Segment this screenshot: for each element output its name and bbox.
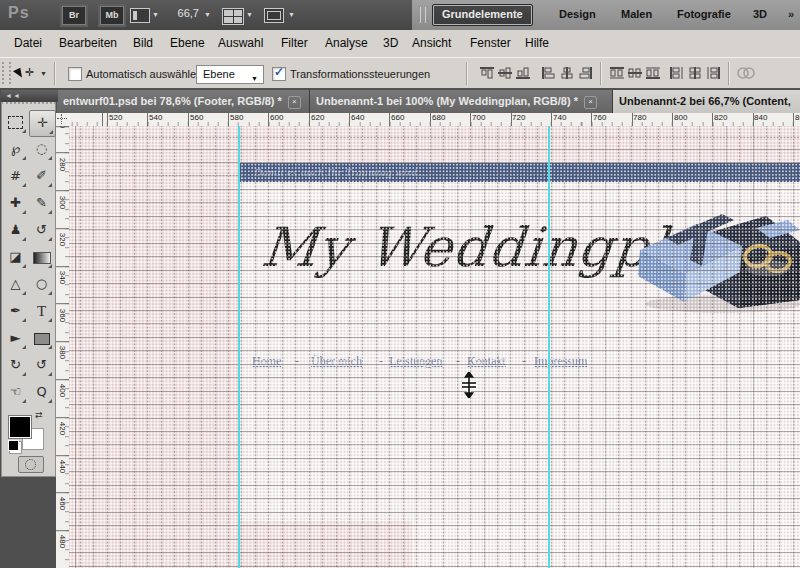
path-selection-tool[interactable]: ► (3, 326, 28, 351)
screen-mode-dropdown-arrow[interactable]: ▼ (288, 11, 295, 18)
tab-unbenannt-1[interactable]: Unbenannt-1 bei 100% (My Weddingplan, RG… (310, 90, 613, 113)
auto-select-target-dropdown[interactable]: Ebene▼ (196, 65, 264, 84)
nav-link-home: Home (252, 354, 281, 369)
launch-bridge-button[interactable]: Br (62, 6, 86, 25)
zoom-dropdown-arrow[interactable]: ▼ (204, 11, 211, 18)
clone-stamp-tool[interactable]: ♟ (3, 218, 28, 243)
nav-link-impressum: Impressum (534, 354, 587, 369)
workspace-drag-handle[interactable] (420, 7, 426, 23)
launch-mini-bridge-button[interactable]: Mb (100, 6, 124, 25)
distribute-right-edges-icon[interactable] (705, 66, 721, 80)
distribute-horizontal-centers-icon[interactable] (687, 66, 703, 80)
type-tool[interactable]: T (29, 299, 54, 324)
menu-3d[interactable]: 3D (383, 36, 398, 50)
workspace-fotografie[interactable]: Fotografie (668, 4, 740, 24)
nav-link-ueber-mich: Über mich (311, 354, 362, 369)
close-tab-icon[interactable]: × (288, 96, 301, 109)
healing-brush-tool[interactable]: ✚ (3, 191, 28, 216)
vertical-ruler[interactable]: 260 280 300 320 340 360 380 400 420 440 … (56, 126, 70, 568)
nav-separator: - (522, 354, 526, 369)
separator (54, 62, 55, 85)
tab-entwurf01[interactable]: entwurf01.psd bei 78,6% (Footer, RGB/8) … (57, 90, 310, 113)
menu-datei[interactable]: Datei (14, 36, 42, 50)
arrange-documents-icon[interactable] (222, 8, 244, 25)
eraser-tool[interactable]: ◪ (3, 245, 28, 270)
view-extras-dropdown-arrow[interactable]: ▼ (152, 11, 159, 18)
gradient-tool[interactable] (29, 245, 54, 270)
options-grip[interactable] (2, 62, 11, 84)
distribute-left-edges-icon[interactable] (669, 66, 685, 80)
sharpen-tool[interactable]: △ (3, 272, 28, 297)
hand-tool[interactable]: ☜ (3, 380, 28, 405)
tool-palette: ✛ ℘ ◌ # ✐ ✚ ✎ ♟ ↺ ◪ △ ○ ✒ T ► ↻ ↺ ☜ Q ⇄ (1, 102, 56, 477)
screen-mode-icon[interactable] (264, 8, 284, 23)
menu-hilfe[interactable]: Hilfe (525, 36, 549, 50)
quick-selection-tool[interactable]: ◌ (29, 137, 54, 162)
menu-bearbeiten[interactable]: Bearbeiten (59, 36, 117, 50)
color-swatches: ⇄ (9, 412, 49, 452)
photoshop-logo: Ps (8, 4, 30, 22)
foreground-color-swatch[interactable] (9, 416, 31, 438)
brush-tool[interactable]: ✎ (29, 191, 54, 216)
ruler-origin-box[interactable] (56, 113, 70, 127)
quick-mask-button[interactable] (18, 456, 44, 473)
distribute-bottom-edges-icon[interactable] (645, 66, 661, 80)
distribute-vertical-centers-icon[interactable] (627, 66, 643, 80)
nav-separator: - (456, 354, 460, 369)
history-brush-tool[interactable]: ↺ (29, 218, 54, 243)
crop-tool[interactable]: # (3, 164, 28, 189)
align-bottom-edges-icon[interactable] (515, 66, 531, 80)
menu-ansicht[interactable]: Ansicht (412, 36, 451, 50)
menu-ebene[interactable]: Ebene (170, 36, 205, 50)
nav-link-leistungen: Leistungen (389, 354, 442, 369)
horizontal-ruler[interactable]: 520 540 560 580 600 620 640 660 680 700 … (69, 113, 800, 127)
close-tab-icon[interactable]: × (584, 96, 597, 109)
document-tab-bar: entwurf01.psd bei 78,6% (Footer, RGB/8) … (56, 88, 800, 113)
lasso-tool[interactable]: ℘ (3, 137, 28, 162)
view-extras-icon[interactable] (130, 8, 150, 23)
shape-tool[interactable] (29, 326, 54, 351)
align-vertical-centers-icon[interactable] (497, 66, 513, 80)
zoom-level-field[interactable]: 66,7 (165, 7, 199, 19)
menu-auswahl[interactable]: Auswahl (218, 36, 263, 50)
separator (728, 62, 729, 85)
swap-colors-icon[interactable]: ⇄ (35, 410, 43, 420)
transform-controls-label: Transformationssteuerungen (290, 68, 430, 80)
workspace-3d[interactable]: 3D (744, 4, 776, 24)
auto-select-label: Automatisch auswählen: (86, 68, 205, 80)
show-transform-controls-checkbox[interactable]: ✓ (272, 67, 286, 81)
menu-bild[interactable]: Bild (133, 36, 153, 50)
nav-separator: - (379, 354, 383, 369)
menu-fenster[interactable]: Fenster (470, 36, 511, 50)
arrange-documents-dropdown-arrow[interactable]: ▼ (246, 11, 253, 18)
workspace-grundelemente[interactable]: Grundelemente (432, 4, 533, 26)
application-bar: Ps Br Mb ▼ 66,7 ▼ ▼ ▼ Grundelemente Desi… (0, 0, 800, 30)
wedding-rings-giftbox-image (638, 198, 800, 316)
3d-rotate-tool[interactable]: ↻ (3, 353, 28, 378)
default-colors-icon[interactable] (8, 440, 19, 451)
align-left-edges-icon[interactable] (541, 66, 557, 80)
align-right-edges-icon[interactable] (577, 66, 593, 80)
rectangular-marquee-tool[interactable] (3, 110, 28, 135)
distribute-top-edges-icon[interactable] (609, 66, 625, 80)
document-canvas[interactable]: Damit es auch Ihr Traumtag wird... My We… (69, 126, 800, 568)
workspace-malen[interactable]: Malen (612, 4, 661, 24)
eyedropper-tool[interactable]: ✐ (29, 164, 54, 189)
menu-filter[interactable]: Filter (281, 36, 308, 50)
workspace-overflow-chevron[interactable]: » (788, 8, 794, 20)
auto-select-checkbox[interactable] (68, 67, 82, 81)
align-horizontal-centers-icon[interactable] (559, 66, 575, 80)
workspace-design[interactable]: Design (550, 4, 605, 24)
zoom-tool[interactable]: Q (29, 380, 54, 405)
auto-align-layers-icon (737, 66, 753, 80)
3d-orbit-tool[interactable]: ↺ (29, 353, 54, 378)
move-tool-preset-icon[interactable]: ✛▼ (16, 64, 42, 82)
collapse-tools-icon[interactable]: ◄◄ (1, 90, 58, 102)
align-top-edges-icon[interactable] (479, 66, 495, 80)
menu-analyse[interactable]: Analyse (325, 36, 368, 50)
site-header-bar: Damit es auch Ihr Traumtag wird... (240, 163, 800, 182)
pen-tool[interactable]: ✒ (3, 299, 28, 324)
tab-unbenannt-2[interactable]: Unbenannt-2 bei 66,7% (Content, (613, 90, 800, 113)
dodge-tool[interactable]: ○ (29, 272, 54, 297)
move-tool[interactable]: ✛ (29, 110, 56, 137)
